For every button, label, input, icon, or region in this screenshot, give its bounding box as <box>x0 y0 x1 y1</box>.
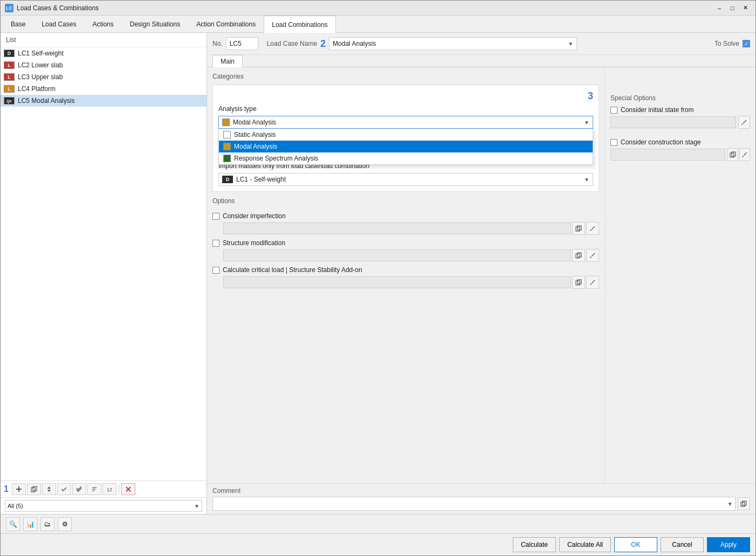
inner-tabs-row: Main <box>207 55 755 67</box>
tab-base[interactable]: Base <box>3 16 33 32</box>
name-input[interactable]: Modal Analysis ▼ <box>329 37 577 50</box>
svg-line-28 <box>592 280 595 283</box>
critical-load-checkbox[interactable] <box>212 267 219 274</box>
settings-bottom-btn[interactable]: ⚙ <box>58 517 72 531</box>
tab-action-combinations[interactable]: Action Combinations <box>188 16 264 32</box>
main-content: List D LC1 Self-weight L LC2 Lower slab … <box>1 33 755 514</box>
structure-mod-checkbox[interactable] <box>212 240 219 247</box>
option-critical-load: Calculate critical load | Structure Stab… <box>212 266 599 274</box>
list-item[interactable]: L LC3 Upper slab <box>1 71 207 83</box>
comment-label: Comment <box>212 487 750 495</box>
initial-state-input[interactable] <box>610 116 736 128</box>
add-item-button[interactable] <box>12 483 26 495</box>
structure-mod-input-row <box>212 249 599 262</box>
svg-marker-4 <box>47 486 51 489</box>
main-right: Special Options Consider initial state f… <box>604 67 755 483</box>
analysis-type-label: Analysis type <box>218 105 593 113</box>
check2-button[interactable] <box>72 483 86 495</box>
table-bottom-btn[interactable]: 🗂 <box>40 517 54 531</box>
construction-stage-label: Consider construction stage <box>621 138 701 146</box>
imperfection-copy-btn[interactable] <box>572 222 585 235</box>
numbering-button[interactable]: 12 <box>102 483 116 495</box>
construction-stage-checkbox[interactable] <box>610 139 617 146</box>
right-panel: No. LC5 Load Case Name 2 Modal Analysis … <box>207 33 755 514</box>
sort-button[interactable] <box>87 483 101 495</box>
construction-stage-copy-btn[interactable] <box>727 148 738 161</box>
tab-main[interactable]: Main <box>212 55 243 67</box>
svg-line-24 <box>592 253 595 256</box>
initial-state-edit-btn[interactable] <box>738 116 750 129</box>
tab-load-combinations[interactable]: Load Combinations <box>264 16 335 33</box>
dropdown-item-response[interactable]: Response Spectrum Analysis <box>219 152 593 164</box>
option-imperfection: Consider imperfection <box>212 212 599 220</box>
check-button[interactable] <box>57 483 71 495</box>
cancel-button[interactable]: Cancel <box>661 537 704 552</box>
maximize-button[interactable]: □ <box>726 3 738 13</box>
item-label: LC4 Platform <box>18 85 56 93</box>
critical-load-copy-btn[interactable] <box>572 276 585 289</box>
name-field-group: Load Case Name 2 Modal Analysis ▼ <box>267 37 577 50</box>
calculate-all-button[interactable]: Calculate All <box>559 537 611 552</box>
list-item[interactable]: D LC1 Self-weight <box>1 47 207 59</box>
dropdown-item-static[interactable]: Static Analysis <box>219 129 593 141</box>
ok-button[interactable]: OK <box>614 537 657 552</box>
footer-buttons: Calculate Calculate All OK Cancel Apply <box>1 533 755 555</box>
response-icon <box>223 155 231 162</box>
copy-button[interactable] <box>27 483 41 495</box>
construction-stage-input[interactable] <box>610 149 725 161</box>
search-bottom-btn[interactable]: 🔍 <box>6 517 20 531</box>
static-icon <box>223 131 231 138</box>
calculate-button[interactable]: Calculate <box>513 537 556 552</box>
analysis-type-dropdown[interactable]: Modal Analysis ▼ <box>218 116 593 129</box>
tab-design-situations[interactable]: Design Situations <box>122 16 188 32</box>
tab-load-cases[interactable]: Load Cases <box>33 16 84 32</box>
to-solve-checkbox[interactable] <box>743 40 750 47</box>
imperfection-checkbox[interactable] <box>212 213 219 220</box>
no-field-group: No. LC5 <box>212 37 258 50</box>
options-title: Options <box>212 197 235 205</box>
list-item[interactable]: L LC2 Lower slab <box>1 59 207 71</box>
critical-load-edit-btn[interactable] <box>586 276 599 289</box>
svg-rect-1 <box>16 489 22 490</box>
dropdown-item-modal-selected[interactable]: Modal Analysis <box>219 141 593 152</box>
structure-mod-input[interactable] <box>223 249 571 261</box>
initial-state-checkbox[interactable] <box>610 107 617 114</box>
move-button[interactable] <box>42 483 56 495</box>
analysis-type-dropdown-list: Static Analysis Modal Analysis Response … <box>218 129 593 165</box>
list-item-selected[interactable]: Qe LC5 Modal Analysis <box>1 95 207 107</box>
imperfection-edit-btn[interactable] <box>586 222 599 235</box>
window-controls: – □ ✕ <box>713 3 751 13</box>
options-section: Options Consider imperfection <box>212 197 599 289</box>
left-panel: List D LC1 Self-weight L LC2 Lower slab … <box>1 33 207 514</box>
delete-button[interactable] <box>121 483 135 495</box>
list-item[interactable]: L LC4 Platform <box>1 83 207 95</box>
critical-load-input[interactable] <box>223 276 571 288</box>
apply-button[interactable]: Apply <box>707 537 750 552</box>
special-options-title: Special Options <box>610 94 750 102</box>
imperfection-input[interactable] <box>223 223 571 234</box>
comment-input[interactable]: ▼ <box>212 497 736 511</box>
import-dropdown[interactable]: D LC1 - Self-weight ▼ <box>218 173 593 186</box>
comment-copy-btn[interactable] <box>738 497 750 510</box>
modal-icon <box>222 119 230 126</box>
all-dropdown[interactable]: All (5) ▼ <box>5 500 202 512</box>
right-top: No. LC5 Load Case Name 2 Modal Analysis … <box>207 33 755 55</box>
svg-marker-23 <box>590 256 592 258</box>
list-toolbar: 1 12 <box>1 481 207 497</box>
svg-text:12: 12 <box>107 487 112 492</box>
bottom-bar: 🔍 📊 🗂 ⚙ <box>1 514 755 533</box>
construction-stage-edit-btn[interactable] <box>739 148 750 161</box>
special-option-initial-state: Consider initial state from <box>610 106 750 114</box>
close-button[interactable]: ✕ <box>739 3 751 13</box>
svg-marker-5 <box>47 490 51 492</box>
data-bottom-btn[interactable]: 📊 <box>23 517 37 531</box>
tab-actions[interactable]: Actions <box>84 16 121 32</box>
modal-icon-2 <box>223 143 231 150</box>
structure-mod-edit-btn[interactable] <box>586 249 599 262</box>
structure-mod-copy-btn[interactable] <box>572 249 585 262</box>
imperfection-label: Consider imperfection <box>223 212 286 220</box>
window-title: Load Cases & Combinations <box>17 4 710 12</box>
item-label: LC2 Lower slab <box>18 61 63 69</box>
minimize-button[interactable]: – <box>713 3 725 13</box>
no-input[interactable]: LC5 <box>226 37 258 50</box>
